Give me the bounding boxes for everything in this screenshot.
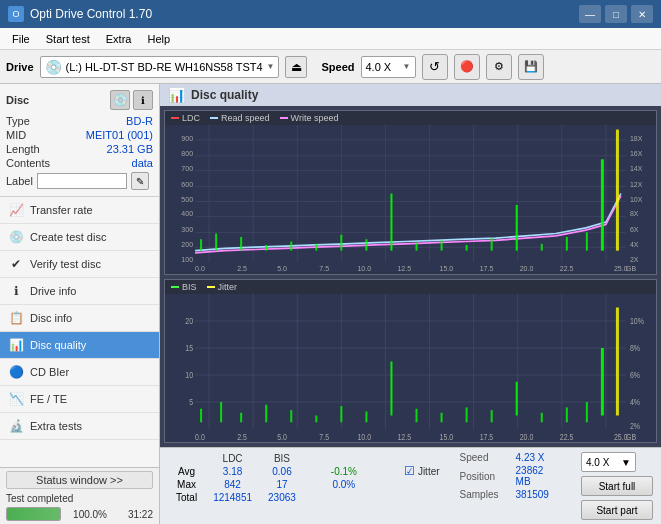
stats-speed-dropdown[interactable]: 4.0 X ▼ (581, 452, 636, 472)
svg-rect-30 (466, 245, 468, 251)
svg-rect-21 (240, 237, 242, 251)
start-full-button[interactable]: Start full (581, 476, 653, 496)
disc-info-icon: 📋 (8, 310, 24, 326)
menu-start-test[interactable]: Start test (38, 31, 98, 47)
svg-rect-86 (265, 404, 267, 422)
stats-max-ldc: 842 (205, 478, 260, 491)
stats-avg-ldc: 3.18 (205, 465, 260, 478)
stats-total-jitter-empty (304, 491, 384, 504)
svg-text:4%: 4% (630, 395, 641, 406)
svg-text:300: 300 (181, 225, 193, 235)
svg-text:0.0: 0.0 (195, 430, 205, 441)
samples-label: Samples (460, 489, 510, 500)
title-bar: O Opti Drive Control 1.70 — □ ✕ (0, 0, 661, 28)
main-content: Disc 💿 ℹ Type BD-R MID MEIT01 (001) Leng… (0, 84, 661, 524)
svg-text:20: 20 (185, 314, 193, 325)
svg-text:5.0: 5.0 (277, 430, 287, 441)
menu-extra[interactable]: Extra (98, 31, 140, 47)
legend-read-speed: Read speed (210, 113, 270, 123)
svg-text:2X: 2X (630, 255, 639, 265)
settings-button[interactable]: ⚙ (486, 54, 512, 80)
svg-rect-34 (566, 237, 568, 251)
minimize-button[interactable]: — (579, 5, 601, 23)
close-button[interactable]: ✕ (631, 5, 653, 23)
speed-dropdown-arrow: ▼ (403, 62, 411, 71)
svg-text:12.5: 12.5 (397, 264, 411, 274)
svg-rect-85 (240, 412, 242, 421)
stats-total-label: Total (168, 491, 205, 504)
svg-text:0.0: 0.0 (195, 264, 205, 274)
speed-select[interactable]: 4.0 X ▼ (361, 56, 416, 78)
disc-length-row: Length 23.31 GB (6, 142, 153, 156)
svg-text:5: 5 (189, 395, 193, 406)
jitter-checkbox[interactable]: ☑ (404, 464, 415, 478)
status-window-button[interactable]: Status window >> (6, 471, 153, 489)
stats-avg-label: Avg (168, 465, 205, 478)
svg-rect-100 (601, 348, 604, 416)
svg-rect-83 (200, 408, 202, 422)
svg-rect-29 (441, 240, 443, 250)
status-bar-bottom: Status window >> Test completed 100.0% 3… (0, 467, 159, 524)
svg-text:900: 900 (181, 134, 193, 144)
stats-area: LDC BIS Avg 3.18 0.06 -0.1% (160, 447, 661, 524)
nav-disc-quality[interactable]: 📊 Disc quality (0, 332, 159, 359)
save-button[interactable]: 💾 (518, 54, 544, 80)
label-input[interactable] (37, 173, 127, 189)
legend-ldc: LDC (171, 113, 200, 123)
svg-text:18X: 18X (630, 134, 642, 144)
svg-text:2%: 2% (630, 419, 641, 430)
content-area: 📊 Disc quality LDC Read speed (160, 84, 661, 524)
nav-transfer-rate[interactable]: 📈 Transfer rate (0, 197, 159, 224)
svg-rect-89 (340, 406, 342, 422)
svg-rect-91 (390, 361, 392, 415)
disc-icon-btn[interactable]: 💿 (110, 90, 130, 110)
sidebar: Disc 💿 ℹ Type BD-R MID MEIT01 (001) Leng… (0, 84, 160, 524)
eject-button[interactable]: ⏏ (285, 56, 307, 78)
svg-rect-23 (290, 242, 292, 251)
legend-write-speed: Write speed (280, 113, 339, 123)
svg-text:6%: 6% (630, 368, 641, 379)
svg-text:10.0: 10.0 (357, 430, 371, 441)
stats-total-ldc: 1214851 (205, 491, 260, 504)
svg-rect-22 (265, 245, 267, 251)
chart2-legend: BIS Jitter (165, 280, 656, 294)
progress-fill (7, 508, 60, 520)
nav-disc-info[interactable]: 📋 Disc info (0, 305, 159, 332)
drive-label: Drive (6, 61, 34, 73)
nav-items: 📈 Transfer rate 💿 Create test disc ✔ Ver… (0, 197, 159, 467)
status-text: Test completed (6, 493, 73, 504)
burn-button[interactable]: 🔴 (454, 54, 480, 80)
svg-text:22.5: 22.5 (560, 264, 574, 274)
bis-legend-color (171, 286, 179, 288)
nav-fe-te[interactable]: 📉 FE / TE (0, 386, 159, 413)
svg-text:4X: 4X (630, 240, 639, 250)
svg-text:700: 700 (181, 163, 193, 173)
svg-text:8%: 8% (630, 341, 641, 352)
nav-drive-info[interactable]: ℹ Drive info (0, 278, 159, 305)
speed-label-stat: Speed (460, 452, 510, 463)
svg-rect-32 (516, 205, 518, 251)
svg-text:15.0: 15.0 (440, 430, 454, 441)
nav-cd-bier[interactable]: 🔵 CD BIer (0, 359, 159, 386)
speed-value-stat: 4.23 X (516, 452, 545, 463)
stats-total-bis: 23063 (260, 491, 304, 504)
svg-text:7.5: 7.5 (319, 264, 329, 274)
menu-file[interactable]: File (4, 31, 38, 47)
nav-verify-test-disc[interactable]: ✔ Verify test disc (0, 251, 159, 278)
refresh-button[interactable]: ↺ (422, 54, 448, 80)
stats-avg-bis: 0.06 (260, 465, 304, 478)
menu-help[interactable]: Help (139, 31, 178, 47)
nav-create-test-disc[interactable]: 💿 Create test disc (0, 224, 159, 251)
svg-text:6X: 6X (630, 225, 639, 235)
start-part-button[interactable]: Start part (581, 500, 653, 520)
svg-text:800: 800 (181, 148, 193, 158)
svg-rect-31 (491, 238, 493, 251)
svg-text:15.0: 15.0 (440, 264, 454, 274)
label-edit-btn[interactable]: ✎ (131, 172, 149, 190)
app-title: Opti Drive Control 1.70 (30, 7, 152, 21)
nav-extra-tests[interactable]: 🔬 Extra tests (0, 413, 159, 440)
disc-info-btn[interactable]: ℹ (133, 90, 153, 110)
svg-text:10%: 10% (630, 314, 645, 325)
maximize-button[interactable]: □ (605, 5, 627, 23)
drive-select[interactable]: 💿 (L:) HL-DT-ST BD-RE WH16NS58 TST4 ▼ (40, 56, 280, 78)
